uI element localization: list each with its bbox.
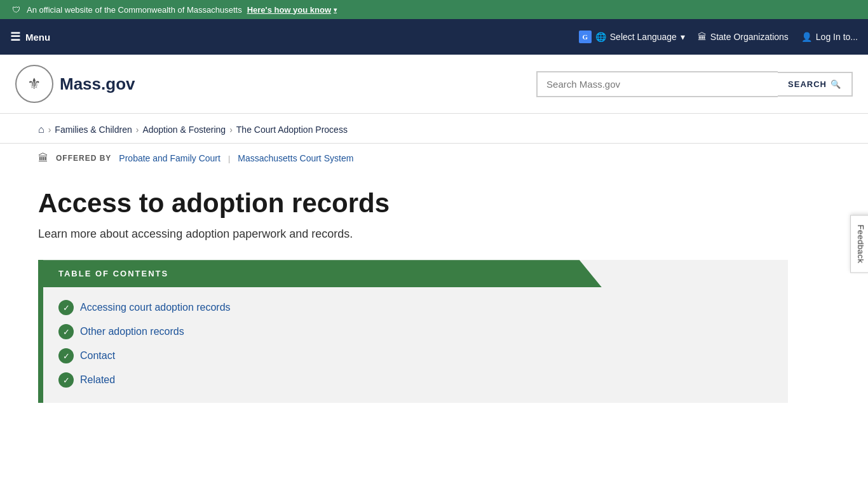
official-text: An official website of the Commonwealth …: [27, 5, 242, 15]
search-input[interactable]: [536, 71, 778, 97]
toc-item-related[interactable]: ✓ Related: [58, 372, 773, 388]
offered-by-label: OFFERED BY: [56, 154, 111, 163]
mass-seal-icon: ⚜: [15, 65, 53, 103]
breadcrumb-sep-0: ›: [48, 125, 51, 135]
building-icon: 🏛: [698, 32, 707, 42]
toc-item-accessing-records[interactable]: ✓ Accessing court adoption records: [58, 300, 773, 315]
breadcrumb-current: The Court Adoption Process: [236, 125, 348, 135]
breadcrumb: ⌂ › Families & Children › Adoption & Fos…: [0, 114, 868, 144]
login-button[interactable]: 👤 Log In to...: [801, 32, 858, 42]
menu-label: Menu: [25, 32, 50, 43]
translate-button[interactable]: G 🌐 Select Language ▾: [579, 30, 685, 43]
state-organizations-button[interactable]: 🏛 State Organizations: [698, 32, 789, 42]
feedback-tab[interactable]: Feedback: [850, 215, 868, 273]
select-language-label: Select Language: [610, 32, 677, 42]
person-icon: 👤: [801, 32, 812, 42]
offered-by-sep: |: [228, 154, 230, 163]
top-banner: 🛡 An official website of the Commonwealt…: [0, 0, 868, 19]
search-button-label: SEARCH: [788, 79, 827, 89]
institution-icon: 🏛: [38, 152, 48, 164]
search-area: SEARCH 🔍: [536, 71, 853, 97]
toc-item-contact[interactable]: ✓ Contact: [58, 348, 773, 363]
mass-court-system-link[interactable]: Massachusetts Court System: [238, 153, 353, 163]
breadcrumb-home[interactable]: ⌂: [38, 124, 44, 135]
breadcrumb-sep-2: ›: [229, 125, 233, 135]
heres-how-button[interactable]: Here's how you know ▾: [247, 5, 337, 15]
globe-icon: 🌐: [595, 32, 606, 42]
main-content: Access to adoption records Learn more ab…: [0, 173, 826, 428]
site-logo-text: Mass.gov: [60, 74, 135, 94]
toc-item-label-3: Related: [80, 374, 115, 386]
heres-how-label: Here's how you know: [247, 5, 331, 15]
navigation-bar: ☰ Menu G 🌐 Select Language ▾ 🏛 State Org…: [0, 19, 868, 55]
nav-right: G 🌐 Select Language ▾ 🏛 State Organizati…: [579, 30, 858, 43]
toc-items: ✓ Accessing court adoption records ✓ Oth…: [43, 287, 788, 403]
state-organizations-label: State Organizations: [710, 32, 789, 42]
hamburger-icon: ☰: [10, 30, 20, 44]
page-title: Access to adoption records: [38, 188, 788, 219]
probate-family-court-link[interactable]: Probate and Family Court: [119, 153, 220, 163]
nav-left: ☰ Menu: [10, 30, 50, 44]
search-icon: 🔍: [831, 79, 841, 89]
table-of-contents: TABLE OF CONTENTS ✓ Accessing court adop…: [38, 260, 788, 403]
google-translate-icon: G: [579, 30, 592, 43]
search-button[interactable]: SEARCH 🔍: [778, 72, 853, 97]
toc-check-icon-3: ✓: [58, 372, 74, 388]
breadcrumb-families-children[interactable]: Families & Children: [55, 125, 132, 135]
breadcrumb-adoption-fostering[interactable]: Adoption & Fostering: [142, 125, 226, 135]
breadcrumb-sep-1: ›: [136, 125, 139, 135]
toc-header: TABLE OF CONTENTS: [43, 260, 602, 287]
toc-item-label-1: Other adoption records: [80, 326, 184, 337]
toc-item-other-records[interactable]: ✓ Other adoption records: [58, 324, 773, 339]
toc-check-icon-1: ✓: [58, 324, 74, 339]
login-label: Log In to...: [816, 32, 858, 42]
chevron-down-icon: ▾: [334, 6, 337, 13]
toc-item-label-0: Accessing court adoption records: [80, 302, 231, 313]
page-subtitle: Learn more about accessing adoption pape…: [38, 227, 788, 241]
menu-button[interactable]: ☰ Menu: [10, 30, 50, 44]
toc-check-icon-0: ✓: [58, 300, 74, 315]
logo-area[interactable]: ⚜ Mass.gov: [15, 65, 135, 103]
toc-item-label-2: Contact: [80, 350, 115, 362]
select-language-chevron: ▾: [681, 32, 685, 42]
site-header: ⚜ Mass.gov SEARCH 🔍: [0, 55, 868, 114]
shield-icon: 🛡: [10, 4, 22, 15]
offered-by-area: 🏛 OFFERED BY Probate and Family Court | …: [0, 144, 868, 173]
toc-check-icon-2: ✓: [58, 348, 74, 363]
